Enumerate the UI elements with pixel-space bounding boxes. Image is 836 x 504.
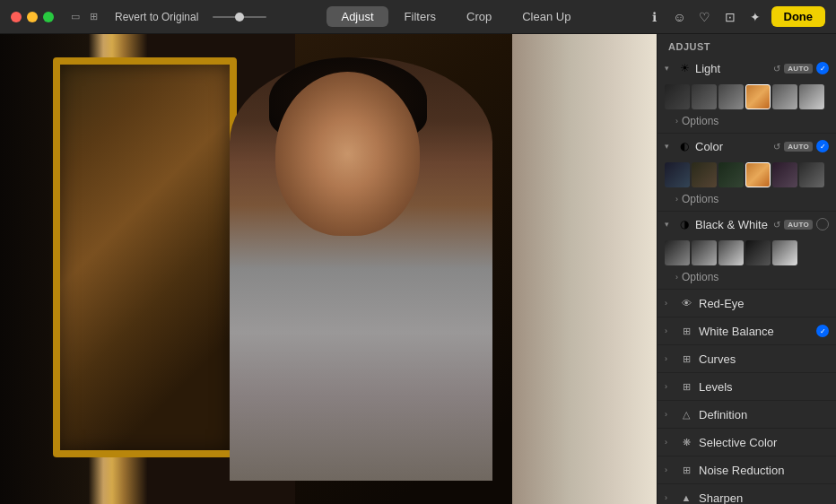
whitebalance-item[interactable]: › ⊞ White Balance ✓: [657, 317, 836, 345]
tab-cleanup[interactable]: Clean Up: [508, 6, 585, 27]
more-icon[interactable]: ✦: [746, 8, 764, 26]
light-thumb-2[interactable]: [718, 84, 744, 109]
heart-icon[interactable]: ♡: [696, 8, 714, 26]
bw-thumb-3[interactable]: [745, 240, 771, 265]
color-thumbnail-strip: [657, 159, 836, 191]
share-icon[interactable]: ⊡: [721, 8, 739, 26]
color-thumb-4[interactable]: [799, 162, 824, 187]
color-thumb-active[interactable]: [745, 162, 771, 187]
emoji-icon[interactable]: ☺: [671, 8, 689, 26]
light-section-header[interactable]: ▾ ☀ Light ↺ AUTO ✓: [657, 56, 836, 81]
redeye-item[interactable]: › 👁 Red-Eye: [657, 290, 836, 317]
curves-item[interactable]: › ⊞ Curves: [657, 345, 836, 373]
color-options-chevron-icon: ›: [675, 195, 678, 204]
definition-icon: △: [679, 407, 693, 421]
bw-check-icon[interactable]: [816, 218, 829, 230]
selectivecolor-item[interactable]: › ❋ Selective Color: [657, 429, 836, 456]
color-section: ▾ ◐ Color ↺ AUTO ✓ › Options: [657, 134, 836, 212]
light-thumb-3[interactable]: [772, 84, 797, 109]
titlebar-left: ▭ ⊞ Revert to Original: [61, 9, 266, 25]
bw-chevron-icon: ▾: [665, 220, 674, 229]
titlebar-right: ℹ ☺ ♡ ⊡ ✦ Done: [646, 6, 826, 27]
bw-section: ▾ ◑ Black & White ↺ AUTO › Options: [657, 212, 836, 290]
window-icons: ▭ ⊞: [68, 10, 100, 24]
bw-reset-icon[interactable]: ↺: [773, 220, 780, 230]
bw-thumb-4[interactable]: [772, 240, 797, 265]
light-thumb-active[interactable]: [745, 84, 771, 109]
bw-thumbnail-strip: [657, 237, 836, 269]
bw-auto-badge[interactable]: AUTO: [784, 220, 813, 230]
color-thumb-3[interactable]: [772, 162, 797, 187]
levels-item[interactable]: › ⊞ Levels: [657, 373, 836, 401]
color-section-header[interactable]: ▾ ◐ Color ↺ AUTO ✓: [657, 134, 836, 159]
adjust-header: ADJUST: [657, 34, 836, 56]
definition-item[interactable]: › △ Definition: [657, 401, 836, 429]
curves-label: Curves: [699, 352, 829, 366]
light-check-icon[interactable]: ✓: [816, 62, 829, 74]
photo-simulation: [0, 34, 657, 504]
nav-tabs: Adjust Filters Crop Clean Up: [266, 6, 645, 27]
whitebalance-check-icon: ✓: [816, 325, 829, 337]
bw-options-label: Options: [682, 271, 718, 283]
light-thumbnail-strip: [657, 81, 836, 113]
noisereduction-item[interactable]: › ⊞ Noise Reduction: [657, 456, 836, 484]
bw-options-row[interactable]: › Options: [657, 269, 836, 289]
bw-title: Black & White: [695, 218, 770, 231]
color-check-icon[interactable]: ✓: [816, 140, 829, 152]
sharpen-label: Sharpen: [699, 491, 829, 505]
color-thumb-1[interactable]: [692, 162, 717, 187]
light-auto-badge[interactable]: AUTO: [784, 64, 813, 74]
revert-button[interactable]: Revert to Original: [109, 9, 204, 25]
light-reset-icon[interactable]: ↺: [773, 64, 780, 74]
light-section: ▾ ☀ Light ↺ AUTO ✓ › Options: [657, 56, 836, 134]
bw-icon: ◑: [677, 217, 692, 231]
tab-filters[interactable]: Filters: [390, 6, 450, 27]
noisereduction-chevron-icon: ›: [665, 465, 674, 474]
levels-chevron-icon: ›: [665, 382, 674, 391]
light-title: Light: [695, 62, 770, 75]
light-thumb-4[interactable]: [799, 84, 824, 109]
color-options-label: Options: [682, 193, 718, 205]
selectivecolor-chevron-icon: ›: [665, 438, 674, 447]
light-thumb-1[interactable]: [692, 84, 717, 109]
info-icon[interactable]: ℹ: [646, 8, 664, 26]
redeye-chevron-icon: ›: [665, 299, 674, 308]
minimize-button[interactable]: [27, 12, 38, 22]
color-thumb-0[interactable]: [665, 162, 690, 187]
levels-icon: ⊞: [679, 379, 693, 394]
zoom-slider[interactable]: [213, 16, 266, 18]
color-reset-icon[interactable]: ↺: [773, 142, 780, 152]
bw-options-chevron-icon: ›: [675, 273, 678, 282]
noisereduction-icon: ⊞: [679, 463, 693, 477]
levels-label: Levels: [699, 380, 829, 394]
light-actions: ↺ AUTO ✓: [773, 62, 829, 74]
close-button[interactable]: [11, 12, 22, 22]
selectivecolor-label: Selective Color: [699, 436, 829, 449]
color-thumb-2[interactable]: [718, 162, 744, 187]
bw-thumb-1[interactable]: [692, 240, 717, 265]
color-auto-badge[interactable]: AUTO: [784, 142, 813, 152]
bw-actions: ↺ AUTO: [773, 218, 829, 230]
color-chevron-icon: ▾: [665, 142, 674, 151]
main-content: ADJUST ▾ ☀ Light ↺ AUTO ✓: [0, 34, 836, 504]
bw-section-header[interactable]: ▾ ◑ Black & White ↺ AUTO: [657, 212, 836, 237]
bw-thumb-0[interactable]: [665, 240, 690, 265]
bg-face: [275, 72, 420, 236]
curves-chevron-icon: ›: [665, 354, 674, 363]
sharpen-chevron-icon: ›: [665, 493, 674, 502]
light-thumb-0[interactable]: [665, 84, 690, 109]
definition-chevron-icon: ›: [665, 410, 674, 419]
light-options-row[interactable]: › Options: [657, 113, 836, 133]
whitebalance-label: White Balance: [699, 325, 811, 338]
done-button[interactable]: Done: [771, 6, 826, 27]
definition-label: Definition: [699, 408, 829, 421]
color-icon: ◐: [677, 139, 692, 153]
bw-thumb-2[interactable]: [718, 240, 744, 265]
sharpen-item[interactable]: › ▲ Sharpen: [657, 484, 836, 504]
maximize-button[interactable]: [43, 12, 54, 22]
color-options-row[interactable]: › Options: [657, 191, 836, 211]
whitebalance-icon: ⊞: [679, 324, 693, 338]
tab-adjust[interactable]: Adjust: [327, 6, 388, 27]
color-title: Color: [695, 140, 770, 153]
tab-crop[interactable]: Crop: [452, 6, 506, 27]
